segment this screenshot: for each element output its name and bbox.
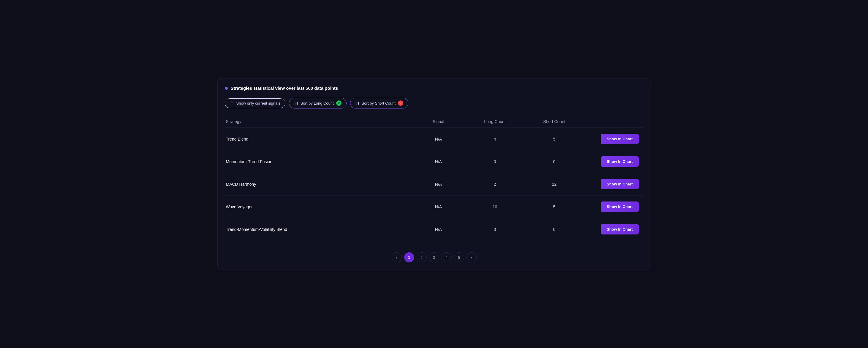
cell-action: Show In Chart (584, 150, 644, 173)
strategies-table: Strategy Signal Long Count Short Count T… (225, 116, 644, 240)
show-in-chart-button[interactable]: Show In Chart (601, 179, 639, 189)
sort-long-label: Sort by Long Count (301, 101, 334, 106)
cell-short-count: 0 (525, 150, 584, 173)
pagination-page-2[interactable]: 2 (416, 252, 427, 262)
cell-strategy: MACD Harmony (225, 173, 412, 196)
cell-short-count: 12 (525, 173, 584, 196)
cell-signal: N/A (412, 196, 465, 218)
col-short-count: Short Count (525, 116, 584, 128)
cell-signal: N/A (412, 150, 465, 173)
panel-title: Strategies statistical view over last 50… (231, 86, 338, 91)
table-row: Wave Voyager N/A 10 5 Show In Chart (225, 196, 644, 218)
panel-header: Strategies statistical view over last 50… (225, 86, 644, 91)
table-row: Trend-Momentum-Volatility Blend N/A 0 0 … (225, 218, 644, 241)
sort-long-close[interactable]: ✕ (336, 100, 341, 106)
cell-long-count: 10 (465, 196, 525, 218)
cell-action: Show In Chart (584, 128, 644, 150)
table-row: MACD Harmony N/A 2 12 Show In Chart (225, 173, 644, 196)
table-header-row: Strategy Signal Long Count Short Count (225, 116, 644, 128)
cell-strategy: Trend-Momentum-Volatility Blend (225, 218, 412, 241)
pagination-page-3[interactable]: 3 (429, 252, 439, 262)
cell-short-count: 5 (525, 128, 584, 150)
strategies-panel: Strategies statistical view over last 50… (217, 78, 651, 270)
cell-action: Show In Chart (584, 196, 644, 218)
show-in-chart-button[interactable]: Show In Chart (601, 156, 639, 167)
table-row: Momentum-Trend Fusion N/A 0 0 Show In Ch… (225, 150, 644, 173)
cell-action: Show In Chart (584, 173, 644, 196)
cell-signal: N/A (412, 128, 465, 150)
pagination-page-1[interactable]: 1 (404, 252, 414, 262)
pagination-page-5[interactable]: 5 (454, 252, 464, 262)
col-long-count: Long Count (465, 116, 525, 128)
sort-short-count-button[interactable]: Sort by Short Count ✕ (350, 98, 408, 109)
cell-strategy: Wave Voyager (225, 196, 412, 218)
cell-signal: N/A (412, 173, 465, 196)
cell-strategy: Momentum-Trend Fusion (225, 150, 412, 173)
cell-short-count: 0 (525, 218, 584, 241)
cell-long-count: 0 (465, 150, 525, 173)
show-current-signals-button[interactable]: Show only current signals (225, 98, 285, 108)
cell-long-count: 0 (465, 218, 525, 241)
sort-long-count-button[interactable]: Sort by Long Count ✕ (289, 98, 346, 109)
sort-icon-2 (355, 101, 359, 105)
cell-action: Show In Chart (584, 218, 644, 241)
cell-long-count: 4 (465, 128, 525, 150)
filters-row: Show only current signals Sort by Long C… (225, 98, 644, 109)
sort-icon (294, 101, 298, 105)
cell-long-count: 2 (465, 173, 525, 196)
cell-strategy: Trend Blend (225, 128, 412, 150)
pagination-next[interactable]: › (467, 252, 476, 262)
table-row: Trend Blend N/A 4 5 Show In Chart (225, 128, 644, 150)
col-action (584, 116, 644, 128)
pagination: ‹ 1 2 3 4 5 › (225, 248, 644, 262)
cell-short-count: 5 (525, 196, 584, 218)
show-in-chart-button[interactable]: Show In Chart (601, 202, 639, 212)
pagination-page-4[interactable]: 4 (441, 252, 452, 262)
show-in-chart-button[interactable]: Show In Chart (601, 224, 639, 234)
sort-short-label: Sort by Short Count (362, 101, 396, 106)
pagination-prev[interactable]: ‹ (392, 252, 402, 262)
show-current-label: Show only current signals (237, 101, 280, 106)
filter-icon (230, 101, 234, 105)
show-in-chart-button[interactable]: Show In Chart (601, 134, 639, 144)
cell-signal: N/A (412, 218, 465, 241)
panel-indicator-dot (225, 87, 228, 90)
col-strategy: Strategy (225, 116, 412, 128)
sort-short-close[interactable]: ✕ (398, 100, 403, 106)
col-signal: Signal (412, 116, 465, 128)
